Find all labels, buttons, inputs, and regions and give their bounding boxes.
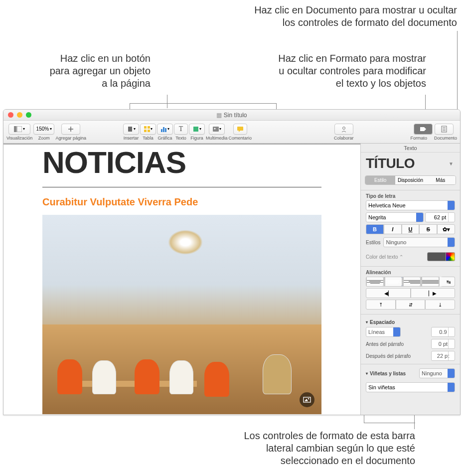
callout-format: Haz clic en Formato para mostrar u ocult… <box>278 52 426 90</box>
styles-label: Estilos <box>366 240 380 245</box>
font-size-stepper[interactable]: 62 pt <box>425 212 455 222</box>
callout-line <box>130 103 277 104</box>
add-page-button[interactable] <box>61 124 80 135</box>
table-button[interactable]: ▾ <box>140 124 156 135</box>
document-canvas[interactable]: NOTICIAS Curabitur Vulputate Viverra Ped… <box>3 144 360 415</box>
char-styles-select[interactable]: Ninguno <box>383 237 455 247</box>
insert-button[interactable]: ▾ <box>123 124 139 135</box>
strike-button[interactable]: S <box>419 224 437 234</box>
color-wheel-icon[interactable] <box>446 252 455 261</box>
maximize-button[interactable] <box>26 112 31 118</box>
media-label: Multimedia <box>206 136 228 141</box>
share-button[interactable] <box>334 124 353 135</box>
callout-line <box>457 31 458 109</box>
view-button[interactable]: ▾ <box>8 124 30 135</box>
sidebar-header: Texto <box>361 144 460 153</box>
svg-rect-6 <box>148 126 150 129</box>
valign-top-button[interactable]: ⤒ <box>366 300 396 310</box>
bullets-preset-select[interactable]: Ninguno <box>419 368 455 378</box>
spacing-disclosure[interactable]: Espaciado <box>366 319 455 325</box>
font-family-select[interactable]: Helvetica Neue <box>366 200 455 210</box>
close-button[interactable] <box>8 112 13 118</box>
outdent-button[interactable]: ◀▏ <box>366 288 411 298</box>
before-paragraph-label: Antes del párrafo <box>366 341 404 347</box>
table-label: Tabla <box>143 136 154 141</box>
alignment-label: Alineación <box>361 268 460 277</box>
toolbar: ▾ Visualización 150%▾ Zoom Agregar págin… <box>3 121 460 144</box>
format-label: Formato <box>410 136 427 141</box>
sidebar-tabs: Estilo Disposición Más <box>365 175 456 185</box>
align-left-button[interactable] <box>366 277 384 287</box>
svg-point-17 <box>342 127 345 129</box>
callout-line <box>276 103 277 109</box>
app-window: ▦ Sin título ▾ Visualización 150%▾ Zoom … <box>3 109 461 415</box>
align-justify-button[interactable] <box>421 277 440 287</box>
callout-line <box>414 415 415 429</box>
after-paragraph-label: Después del párrafo <box>366 353 411 359</box>
document-button[interactable] <box>435 124 454 135</box>
text-label: Texto <box>175 136 186 141</box>
add-page-label: Agregar página <box>55 136 86 141</box>
direction-button[interactable]: ↹ <box>440 277 455 287</box>
tab-more[interactable]: Más <box>426 176 456 184</box>
chart-button[interactable]: ▾ <box>157 124 173 135</box>
color-swatch[interactable] <box>427 252 446 261</box>
document-label: Documento <box>434 136 457 141</box>
advanced-button[interactable]: ✿▾ <box>437 224 455 234</box>
comment-button[interactable] <box>233 124 247 135</box>
svg-rect-0 <box>14 126 16 132</box>
chart-label: Gráfica <box>157 136 172 141</box>
format-sidebar: Texto TÍTULO ▼ Estilo Disposición Más Ti… <box>360 144 460 415</box>
svg-rect-15 <box>237 127 243 131</box>
valign-middle-button[interactable]: ⇵ <box>396 300 426 310</box>
minimize-button[interactable] <box>17 112 22 118</box>
svg-rect-5 <box>144 126 147 129</box>
svg-marker-23 <box>305 399 308 401</box>
window-controls <box>3 112 31 118</box>
valign-bottom-button[interactable]: ⤓ <box>425 300 455 310</box>
media-button[interactable]: ▾ <box>209 124 225 135</box>
font-section-label: Tipo de letra <box>361 191 460 200</box>
spacing-value-stepper[interactable]: 0.9 <box>431 327 455 337</box>
svg-rect-4 <box>128 127 132 132</box>
svg-rect-10 <box>163 127 164 132</box>
callout-line <box>364 415 364 423</box>
font-weight-select[interactable]: Negrita <box>366 212 424 222</box>
shape-button[interactable]: ▾ <box>189 124 205 135</box>
text-color-control[interactable] <box>427 252 455 261</box>
share-label: Colaborar <box>334 136 354 141</box>
indent-button[interactable]: ▏▶ <box>411 288 456 298</box>
tab-layout[interactable]: Disposición <box>395 176 425 184</box>
callout-line <box>364 423 415 423</box>
paragraph-style-menu[interactable]: ▼ <box>447 159 455 168</box>
svg-rect-13 <box>213 127 219 132</box>
bullets-type-select[interactable]: Sin viñetas <box>366 382 455 392</box>
document-subtitle[interactable]: Curabitur Vulputate Viverra Pede <box>3 196 360 208</box>
image-badge-icon[interactable] <box>300 392 314 407</box>
paragraph-style-name[interactable]: TÍTULO <box>366 156 415 171</box>
spacing-mode-select[interactable]: Líneas <box>366 327 401 337</box>
svg-marker-16 <box>239 131 240 132</box>
document-headline[interactable]: NOTICIAS <box>3 145 360 180</box>
format-button[interactable] <box>414 124 433 135</box>
align-right-button[interactable] <box>403 277 421 287</box>
callout-document: Haz clic en Documento para mostrar u ocu… <box>254 4 457 29</box>
bullets-disclosure[interactable]: Viñetas y listas <box>366 371 406 376</box>
title-bar: ▦ Sin título <box>3 110 460 121</box>
svg-rect-8 <box>148 130 150 132</box>
document-placeholder-image[interactable] <box>42 215 321 414</box>
underline-button[interactable]: U <box>402 224 420 234</box>
align-center-button[interactable] <box>384 277 403 287</box>
tab-style[interactable]: Estilo <box>365 176 395 184</box>
view-label: Visualización <box>6 136 32 141</box>
comment-label: Comentario <box>228 136 252 141</box>
bold-button[interactable]: B <box>366 224 384 234</box>
zoom-button[interactable]: 150%▾ <box>33 124 54 135</box>
before-paragraph-stepper[interactable]: 0 pt <box>431 339 455 349</box>
text-button[interactable]: T <box>174 124 188 135</box>
zoom-label: Zoom <box>38 136 50 141</box>
italic-button[interactable]: I <box>384 224 402 234</box>
callout-insert-object: Haz clic en un botón para agregar un obj… <box>6 52 151 90</box>
after-paragraph-stepper[interactable]: 22 pt <box>431 351 455 361</box>
insert-label: Insertar <box>124 136 139 141</box>
